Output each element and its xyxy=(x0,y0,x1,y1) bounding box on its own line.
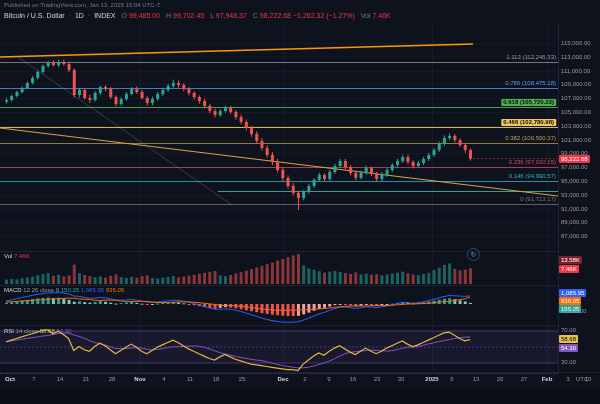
tradingview-chart-window: Published on TradingView.com, Jan 13, 20… xyxy=(0,0,600,404)
volume-axis-tag: 7.46K xyxy=(559,265,579,273)
time-tick-4[interactable]: 4 xyxy=(162,376,165,382)
rsi-ma-value: 54.30 xyxy=(56,328,71,334)
symbol-name[interactable]: Bitcoin / U.S. Dollar xyxy=(4,12,65,19)
macd-axis-tag: 936.05 xyxy=(559,297,581,305)
interval-label[interactable]: 1D xyxy=(75,12,84,19)
fib-0.466-label[interactable]: 0.466 (102,780.98) xyxy=(501,119,556,126)
price-axis-label[interactable]: 105,000.00 xyxy=(561,109,591,116)
close-value: 98,222.68 xyxy=(260,12,291,19)
price-axis-label[interactable]: 109,000.00 xyxy=(561,81,591,88)
fib-0.618-label[interactable]: 0.618 (105,720.22) xyxy=(501,99,556,106)
price-axis-label[interactable]: 101,000.00 xyxy=(561,137,591,144)
fib-0.382-label[interactable]: 0.382 (100,500.37) xyxy=(505,135,556,142)
time-tick-27[interactable]: 27 xyxy=(521,376,528,382)
open-label: O xyxy=(122,12,127,19)
fib-0.146-label[interactable]: 0.146 (94,990.57) xyxy=(509,173,556,180)
exchange-label: INDEX xyxy=(94,12,115,19)
low-label: L xyxy=(210,12,214,19)
close-label: C xyxy=(253,12,258,19)
time-tick-Oct[interactable]: Oct xyxy=(5,376,15,382)
price-axis-label[interactable]: 91,000.00 xyxy=(561,206,588,213)
volume-pane-value: 7.46K xyxy=(14,253,30,259)
time-tick-Dec[interactable]: Dec xyxy=(277,376,288,382)
current-price-tag: 98,222.68 xyxy=(559,155,590,163)
price-axis-label[interactable]: 95,000.00 xyxy=(561,178,588,185)
price-axis-label[interactable]: 89,000.00 xyxy=(561,219,588,226)
price-axis-label[interactable]: 97,000.00 xyxy=(561,164,588,171)
time-tick-2025[interactable]: 2025 xyxy=(425,376,438,382)
macd-axis-tag: 1,085.95 xyxy=(559,289,586,297)
rsi-axis-tag: 58.68 xyxy=(559,335,578,343)
fib-0.786-label[interactable]: 0.786 (108,475.18) xyxy=(505,80,556,87)
change-value: −1,262.32 (−1.27%) xyxy=(293,12,355,19)
rsi-pane-title[interactable]: RSI 14 close 58.68 54.30 xyxy=(4,328,71,334)
fib-1.113-label[interactable]: 1.113 (112,245.33) xyxy=(506,54,556,61)
price-axis-label[interactable]: 115,000.00 xyxy=(561,40,591,47)
open-value: 99,485.00 xyxy=(129,12,160,19)
macd-hist-value: 150.25 xyxy=(61,287,79,293)
price-axis-label[interactable]: 93,000.00 xyxy=(561,192,588,199)
time-tick-28[interactable]: 28 xyxy=(109,376,116,382)
fib-0.236-label[interactable]: 0.236 (97,020.15) xyxy=(509,159,556,166)
time-tick-21[interactable]: 21 xyxy=(83,376,90,382)
time-axis[interactable] xyxy=(0,372,600,389)
low-value: 97,948.37 xyxy=(216,12,247,19)
time-tick-30[interactable]: 30 xyxy=(398,376,405,382)
time-tick-11[interactable]: 11 xyxy=(187,376,193,382)
time-tick-18[interactable]: 18 xyxy=(213,376,220,382)
price-axis-label[interactable]: 103,000.00 xyxy=(561,123,591,130)
rsi-axis-label[interactable]: 70.00 xyxy=(561,327,576,334)
time-tick-16[interactable]: 16 xyxy=(350,376,357,382)
high-label: H xyxy=(166,12,171,19)
price-axis-label[interactable]: 107,000.00 xyxy=(561,95,591,102)
time-tick-9[interactable]: 9 xyxy=(327,376,330,382)
time-tick-13[interactable]: 13 xyxy=(473,376,480,382)
time-tick-Feb[interactable]: Feb xyxy=(542,376,553,382)
price-axis-label[interactable]: 87,000.00 xyxy=(561,233,588,240)
time-tick-20[interactable]: 20 xyxy=(497,376,504,382)
time-tick-7[interactable]: 7 xyxy=(32,376,35,382)
rsi-value: 58.68 xyxy=(40,328,55,334)
symbol-status-row: Bitcoin / U.S. Dollar · 1D · INDEX O 99,… xyxy=(4,12,391,19)
time-tick-23[interactable]: 23 xyxy=(374,376,381,382)
volume-value: 7.46K xyxy=(373,12,391,19)
high-value: 99,702.45 xyxy=(173,12,204,19)
time-tick-10[interactable]: 10 xyxy=(585,376,592,382)
volume-axis-tag: 13.58K xyxy=(559,256,582,264)
macd-signal-value: 936.05 xyxy=(106,287,124,293)
macd-line-value: 1,085.95 xyxy=(81,287,104,293)
time-tick-14[interactable]: 14 xyxy=(57,376,64,382)
published-line: Published on TradingView.com, Jan 13, 20… xyxy=(4,2,160,8)
time-tick-3[interactable]: 3 xyxy=(566,376,569,382)
time-tick-2[interactable]: 2 xyxy=(303,376,306,382)
price-axis-label[interactable]: 111,000.00 xyxy=(561,68,590,75)
volume-label: Vol xyxy=(361,12,371,19)
rsi-axis-tag: 54.30 xyxy=(559,344,578,352)
pane-separator[interactable] xyxy=(0,285,558,286)
rsi-band-dotted-edge xyxy=(0,373,558,374)
time-tick-25[interactable]: 25 xyxy=(239,376,246,382)
time-tick-Nov[interactable]: Nov xyxy=(134,376,145,382)
macd-pane-title[interactable]: MACD 12 26 close 9 150.25 1,085.95 936.0… xyxy=(4,287,124,293)
pane-separator[interactable] xyxy=(0,325,558,326)
volume-pane-title[interactable]: Vol 7.46K xyxy=(4,253,30,259)
footer-bar: TV TradingView xyxy=(0,388,600,404)
time-tick-6[interactable]: 6 xyxy=(450,376,453,382)
rsi-axis-label[interactable]: 30.00 xyxy=(561,359,576,366)
fib-0-label[interactable]: 0 (91,713.17) xyxy=(520,196,556,203)
price-axis-border xyxy=(558,24,559,372)
macd-axis-label[interactable]: -1,000.00 xyxy=(561,308,586,315)
price-axis-label[interactable]: 113,000.00 xyxy=(561,54,591,61)
refresh-circle-icon[interactable]: ↻ xyxy=(467,248,480,261)
